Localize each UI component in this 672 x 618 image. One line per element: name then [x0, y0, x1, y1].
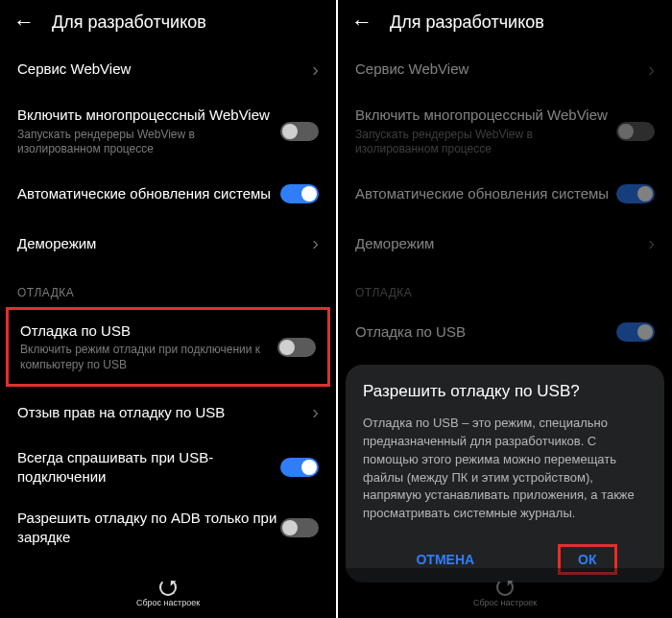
dialog-title: Разрешить отладку по USB?: [363, 382, 647, 401]
right-screen: ← Для разработчиков Сервис WebView › Вкл…: [336, 0, 672, 618]
reset-icon: [496, 579, 514, 596]
dialog-body: Отладка по USB – это режим, специально п…: [363, 415, 647, 523]
item-sublabel: Запускать рендереры WebView в изолирован…: [355, 128, 616, 157]
header: ← Для разработчиков: [0, 0, 336, 44]
chevron-right-icon: ›: [304, 232, 319, 254]
item-label: Отладка по USB: [355, 322, 616, 342]
usb-debug-row[interactable]: Отладка по USB Включить режим отладки пр…: [20, 318, 316, 377]
usb-debug-dialog: Разрешить отладку по USB? Отладка по USB…: [346, 365, 664, 582]
demo-mode-row[interactable]: Деморежим ›: [0, 219, 336, 269]
usb-debug-toggle[interactable]: [277, 338, 316, 357]
multiprocess-webview-row[interactable]: Включить многопроцессный WebView Запуска…: [0, 94, 336, 169]
revoke-usb-row[interactable]: Отзыв прав на отладку по USB ›: [0, 387, 336, 437]
header: ← Для разработчиков: [338, 0, 672, 44]
demo-mode-row[interactable]: Деморежим ›: [338, 219, 672, 269]
item-label: Включить многопроцессный WebView: [355, 106, 616, 125]
bottom-bar[interactable]: Сброс настроек: [0, 568, 336, 618]
usb-debug-row[interactable]: Отладка по USB: [338, 307, 672, 357]
left-screen: ← Для разработчиков Сервис WebView › Вкл…: [0, 0, 336, 618]
item-sublabel: Запускать рендереры WebView в изолирован…: [17, 128, 280, 157]
item-label: Автоматические обновления системы: [17, 184, 280, 203]
usb-debug-toggle[interactable]: [616, 322, 655, 342]
adb-charging-toggle[interactable]: [280, 518, 319, 537]
item-label: Включить многопроцессный WebView: [17, 106, 280, 125]
page-title: Для разработчиков: [52, 12, 206, 33]
item-sublabel: Включить режим отладки при подключении к…: [20, 343, 277, 372]
page-title: Для разработчиков: [390, 12, 544, 33]
item-label: Разрешить отладку по ADB только при заря…: [17, 509, 280, 546]
always-ask-row[interactable]: Всегда спрашивать при USB-подключении: [0, 437, 336, 497]
chevron-right-icon: ›: [640, 232, 655, 254]
bottom-bar[interactable]: Сброс настроек: [338, 568, 672, 618]
auto-updates-row[interactable]: Автоматические обновления системы: [0, 169, 336, 219]
item-label: Деморежим: [17, 234, 304, 253]
auto-updates-toggle[interactable]: [280, 184, 319, 203]
reset-icon: [159, 579, 177, 596]
multiprocess-toggle[interactable]: [280, 122, 319, 141]
webview-service-row[interactable]: Сервис WebView ›: [338, 44, 672, 94]
item-label: Отзыв прав на отладку по USB: [17, 403, 304, 422]
back-icon[interactable]: ←: [351, 12, 372, 33]
item-label: Автоматические обновления системы: [355, 184, 616, 203]
back-icon[interactable]: ←: [13, 12, 35, 33]
reset-label: Сброс настроек: [136, 598, 200, 607]
adb-charging-row[interactable]: Разрешить отладку по ADB только при заря…: [0, 497, 336, 558]
item-label: Сервис WebView: [17, 59, 304, 79]
chevron-right-icon: ›: [304, 401, 319, 423]
section-debug-label: ОТЛАДКА: [338, 269, 672, 307]
multiprocess-webview-row[interactable]: Включить многопроцессный WebView Запуска…: [338, 94, 672, 169]
chevron-right-icon: ›: [304, 59, 319, 81]
usb-debug-highlight: Отладка по USB Включить режим отладки пр…: [6, 307, 330, 388]
item-label: Деморежим: [355, 234, 640, 253]
auto-updates-toggle[interactable]: [616, 184, 655, 203]
item-label: Сервис WebView: [355, 59, 640, 79]
reset-label: Сброс настроек: [473, 598, 537, 607]
item-label: Всегда спрашивать при USB-подключении: [17, 448, 280, 486]
chevron-right-icon: ›: [640, 59, 655, 81]
settings-list: Сервис WebView › Включить многопроцессны…: [0, 44, 336, 618]
section-debug-label: ОТЛАДКА: [0, 269, 336, 307]
auto-updates-row[interactable]: Автоматические обновления системы: [338, 169, 672, 219]
multiprocess-toggle[interactable]: [616, 122, 655, 141]
webview-service-row[interactable]: Сервис WebView ›: [0, 44, 336, 94]
always-ask-toggle[interactable]: [280, 458, 319, 477]
item-label: Отладка по USB: [20, 321, 277, 341]
